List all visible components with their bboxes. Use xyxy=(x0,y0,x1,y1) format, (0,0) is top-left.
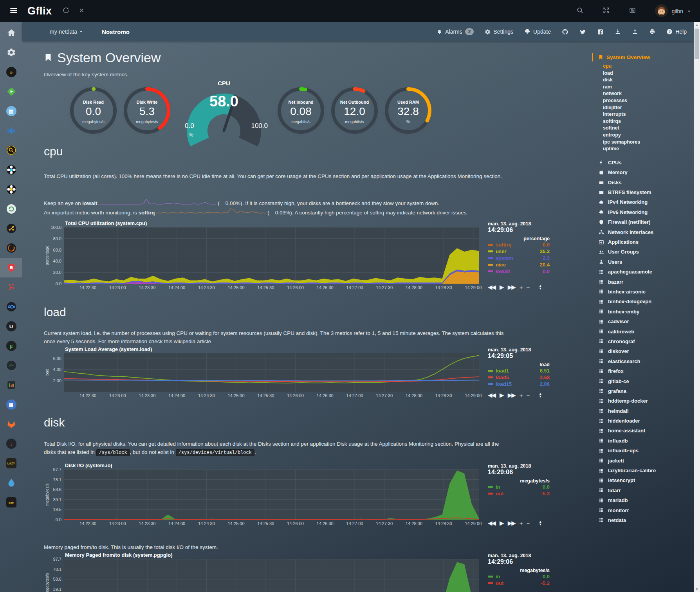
disk-write-gauge[interactable]: Disk Write5.3megabytes/s xyxy=(120,83,174,138)
sidebar-app-gitlab-ce[interactable]: gitlab-ce xyxy=(598,376,694,386)
cpu-gauge[interactable]: CPU58.00.0%100.0 xyxy=(182,81,265,140)
scroll-down-arrow[interactable]: ▼ xyxy=(695,587,699,592)
green-swirl-icon[interactable] xyxy=(0,199,22,219)
legend-dimension-load5[interactable]: load52.68 xyxy=(488,374,550,381)
legend-dimension-system[interactable]: system2.3 xyxy=(488,255,550,261)
sidebar-app-elasticsearch[interactable]: elasticsearch xyxy=(598,356,694,366)
sidebar-item-softirqs[interactable]: softirqs xyxy=(603,118,694,125)
sidebar-app-monitorr[interactable]: monitorr xyxy=(598,505,694,515)
sidebar-item-idlejitter[interactable]: idlejitter xyxy=(603,104,694,112)
chart-forward-button[interactable]: ▶▶ xyxy=(508,392,515,399)
sidebar-app-influxdb-ups[interactable]: influxdb-ups xyxy=(598,446,694,455)
search-icon[interactable] xyxy=(576,7,584,16)
chart-zoom-in-button[interactable]: + xyxy=(520,520,522,527)
jackett-magnifier-icon[interactable] xyxy=(0,140,22,160)
download-icon[interactable] xyxy=(615,29,621,35)
used-ram-gauge[interactable]: Used RAM32.8% xyxy=(381,83,435,138)
sidebar-app-netdata[interactable]: netdata xyxy=(598,515,694,525)
load-chart-plot[interactable]: System Load Average (system.load) 2.004.… xyxy=(44,346,482,399)
legend-dimension-out[interactable]: out-5.3 xyxy=(488,490,550,497)
disk-io-chart-plot[interactable]: Disk I/O (system.io) 0.019.539.158.678.1… xyxy=(44,462,482,527)
chart-zoom-out-button[interactable]: − xyxy=(526,284,529,291)
facebook-icon[interactable] xyxy=(597,29,604,35)
library-books-icon[interactable]: ▤ xyxy=(0,101,22,121)
chart-play-button[interactable]: ▶ xyxy=(500,392,503,399)
news-icon[interactable] xyxy=(629,7,636,16)
legend-dimension-user[interactable]: user35.3 xyxy=(488,248,550,255)
grafana-flame-icon[interactable] xyxy=(0,238,22,258)
host-dropdown[interactable]: my-netdata xyxy=(50,29,83,35)
sidebar-app-hddtemp-docker[interactable]: hddtemp-docker xyxy=(598,396,694,406)
hamburger-menu-icon[interactable] xyxy=(9,5,19,17)
gitlab-fox-icon[interactable] xyxy=(0,414,22,434)
airsonic-waveform-icon[interactable] xyxy=(0,121,22,140)
sidebar-app-jackett[interactable]: jackett xyxy=(598,455,694,465)
fullscreen-expand-icon[interactable] xyxy=(603,7,610,16)
heimdall-tile-icon[interactable]: ▦ xyxy=(0,395,22,414)
sidebar-item-ipc-semaphores[interactable]: ipc semaphores xyxy=(603,139,694,146)
lazylibrarian-icon[interactable]: LAZY xyxy=(0,453,22,473)
chart-play-button[interactable]: ▶ xyxy=(500,520,503,527)
sidebar-app-grafana[interactable]: grafana xyxy=(598,386,694,396)
sidebar-app-binhex-airsonic[interactable]: binhex-airsonic xyxy=(598,287,694,297)
legend-dimension-in[interactable]: in0.0 xyxy=(488,484,550,490)
chart-rewind-button[interactable]: ◀◀ xyxy=(488,392,495,399)
utorrent-mu-icon[interactable]: µ xyxy=(0,336,22,356)
alarms-button[interactable]: Alarms 2 xyxy=(437,28,474,35)
legend-dimension-in[interactable]: in0.0 xyxy=(488,573,550,580)
sidebar-app-bazarr[interactable]: bazarr xyxy=(598,277,694,286)
sidebar-item-entropy[interactable]: entropy xyxy=(603,132,694,139)
sidebar-app-binhex-emby[interactable]: binhex-emby xyxy=(598,307,694,317)
legend-dimension-nice[interactable]: nice20.4 xyxy=(488,261,550,268)
download-arrow-icon[interactable]: ↓ xyxy=(0,434,22,453)
legend-dimension-iowait[interactable]: iowait0.0 xyxy=(488,268,550,275)
sidebar-app-home-assistant[interactable]: home-assistant xyxy=(598,426,694,435)
sidebar-app-heimdall[interactable]: heimdall xyxy=(598,406,694,416)
upload-icon[interactable] xyxy=(632,29,638,35)
pgpgio-chart-plot[interactable]: Memory Paged from/to disk (system.pgpgio… xyxy=(44,552,482,592)
sidebar-section-disks[interactable]: Disks xyxy=(598,178,694,187)
settings-gear-icon[interactable] xyxy=(0,43,22,62)
sidebar-item-interrupts[interactable]: interrupts xyxy=(603,111,694,118)
sidebar-system-overview[interactable]: System Overview xyxy=(592,53,694,61)
nextcloud-circles-icon[interactable] xyxy=(0,297,22,317)
sidebar-item-cpu[interactable]: cpu xyxy=(603,63,694,70)
deluge-drop-icon[interactable] xyxy=(0,473,22,493)
sonarr-rotor-icon[interactable] xyxy=(0,160,22,180)
emby-play-icon[interactable] xyxy=(0,82,22,101)
sidebar-item-network[interactable]: network xyxy=(603,90,694,97)
settings-button[interactable]: Settings xyxy=(485,29,513,35)
sidebar-section-users[interactable]: Users xyxy=(598,257,694,267)
sidebar-app-diskover[interactable]: diskover xyxy=(598,346,694,356)
cpu-chart-plot[interactable]: Total CPU utilization (system.cpu) 0.020… xyxy=(44,220,482,292)
sidebar-item-ram[interactable]: ram xyxy=(603,84,694,91)
sidebar-app-chronograf[interactable]: chronograf xyxy=(598,336,694,346)
nzbhydra-molecule-icon[interactable] xyxy=(0,219,22,238)
chart-resize-handle[interactable]: ▲▼ xyxy=(539,284,541,290)
sidebar-app-mariadb[interactable]: mariadb xyxy=(598,495,694,505)
chart-zoom-in-button[interactable]: + xyxy=(520,284,522,291)
sidebar-section-applications[interactable]: Applications xyxy=(598,237,694,247)
print-icon[interactable] xyxy=(649,29,655,35)
sidebar-app-letsencrypt[interactable]: letsencrypt xyxy=(598,475,694,485)
sidebar-item-uptime[interactable]: uptime xyxy=(603,146,694,153)
pihole-shield-icon[interactable] xyxy=(0,258,22,277)
sidebar-app-influxdb[interactable]: influxdb xyxy=(598,436,694,446)
github-icon[interactable] xyxy=(562,29,568,35)
unifi-u-icon[interactable]: U xyxy=(0,317,22,336)
scrollbar-thumb[interactable] xyxy=(695,29,699,59)
dark-green-circle-icon[interactable] xyxy=(0,356,22,375)
sidebar-app-firefox[interactable]: firefox xyxy=(598,366,694,376)
sidebar-section-firewall-netfilter-[interactable]: Firewall (netfilter) xyxy=(598,217,694,227)
sidebar-app-hiddenloader[interactable]: hiddenloader xyxy=(598,416,694,426)
close-tab-icon[interactable] xyxy=(78,7,85,15)
legend-dimension-softirq[interactable]: softirq0.0 xyxy=(488,241,550,248)
chart-resize-handle[interactable]: ▲▼ xyxy=(539,520,541,526)
net-inbound-gauge[interactable]: Net Inbound0.08megabits/s xyxy=(274,83,328,138)
sidebar-item-processes[interactable]: processes xyxy=(603,97,694,104)
chart-zoom-out-button[interactable]: − xyxy=(526,520,529,527)
chart-zoom-in-button[interactable]: + xyxy=(520,392,522,399)
chart-forward-button[interactable]: ▶▶ xyxy=(508,520,515,527)
sidebar-item-load[interactable]: load xyxy=(603,70,694,77)
net-outbound-gauge[interactable]: Net Outbound12.0megabits/s xyxy=(328,83,381,138)
